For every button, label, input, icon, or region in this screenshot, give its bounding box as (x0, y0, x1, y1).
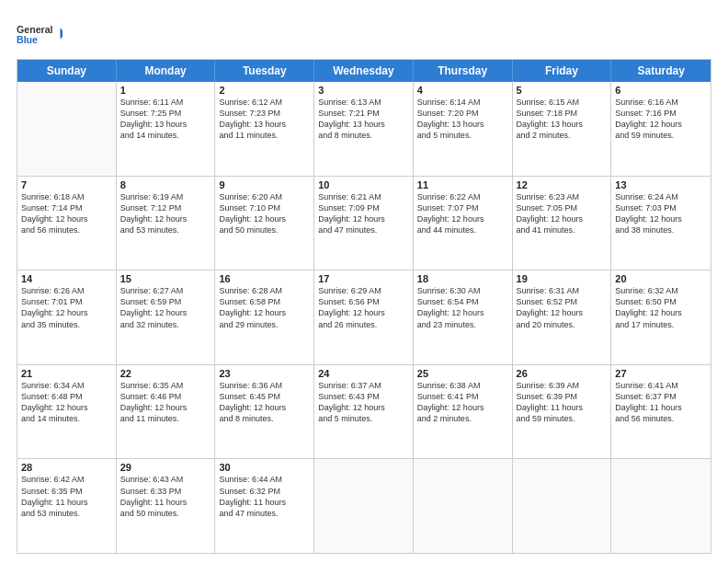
day-info: Sunrise: 6:43 AMSunset: 6:33 PMDaylight:… (120, 474, 211, 519)
calendar-cell: 27Sunrise: 6:41 AMSunset: 6:37 PMDayligh… (611, 365, 711, 459)
day-number: 28 (21, 462, 112, 473)
day-info: Sunrise: 6:16 AMSunset: 7:16 PMDaylight:… (615, 97, 707, 142)
day-info: Sunrise: 6:29 AMSunset: 6:56 PMDaylight:… (318, 285, 409, 330)
day-info: Sunrise: 6:27 AMSunset: 6:59 PMDaylight:… (120, 285, 211, 330)
calendar-cell: 7Sunrise: 6:18 AMSunset: 7:14 PMDaylight… (17, 177, 117, 270)
calendar-cell: 11Sunrise: 6:22 AMSunset: 7:07 PMDayligh… (414, 177, 513, 270)
day-number: 9 (219, 179, 310, 190)
day-number: 2 (219, 85, 310, 96)
calendar-cell (611, 459, 711, 553)
day-info: Sunrise: 6:24 AMSunset: 7:03 PMDaylight:… (615, 191, 707, 236)
day-number: 17 (318, 273, 409, 284)
day-info: Sunrise: 6:22 AMSunset: 7:07 PMDaylight:… (417, 191, 508, 236)
day-number: 22 (120, 368, 211, 379)
calendar-row-0: 1Sunrise: 6:11 AMSunset: 7:25 PMDaylight… (17, 82, 711, 176)
calendar-cell: 6Sunrise: 6:16 AMSunset: 7:16 PMDaylight… (611, 82, 711, 176)
calendar-cell: 25Sunrise: 6:38 AMSunset: 6:41 PMDayligh… (414, 365, 513, 459)
day-info: Sunrise: 6:20 AMSunset: 7:10 PMDaylight:… (219, 191, 310, 236)
calendar-cell: 26Sunrise: 6:39 AMSunset: 6:39 PMDayligh… (513, 365, 612, 459)
calendar-cell: 9Sunrise: 6:20 AMSunset: 7:10 PMDaylight… (215, 177, 314, 270)
calendar-cell: 18Sunrise: 6:30 AMSunset: 6:54 PMDayligh… (414, 270, 513, 364)
day-header-saturday: Saturday (611, 60, 711, 82)
calendar-cell: 20Sunrise: 6:32 AMSunset: 6:50 PMDayligh… (611, 270, 711, 364)
calendar-cell: 4Sunrise: 6:14 AMSunset: 7:20 PMDaylight… (414, 82, 513, 176)
day-info: Sunrise: 6:36 AMSunset: 6:45 PMDaylight:… (219, 380, 310, 425)
calendar-cell: 15Sunrise: 6:27 AMSunset: 6:59 PMDayligh… (117, 270, 216, 364)
day-number: 6 (615, 85, 707, 96)
calendar: SundayMondayTuesdayWednesdayThursdayFrid… (17, 59, 711, 554)
day-number: 1 (120, 85, 211, 96)
calendar-cell (513, 459, 612, 553)
day-number: 7 (21, 179, 112, 190)
day-number: 25 (417, 368, 508, 379)
day-number: 16 (219, 273, 310, 284)
day-info: Sunrise: 6:19 AMSunset: 7:12 PMDaylight:… (120, 191, 211, 236)
calendar-cell (17, 82, 117, 176)
day-info: Sunrise: 6:37 AMSunset: 6:43 PMDaylight:… (318, 380, 409, 425)
calendar-cell: 10Sunrise: 6:21 AMSunset: 7:09 PMDayligh… (314, 177, 414, 270)
day-number: 5 (517, 85, 608, 96)
day-number: 8 (120, 179, 211, 190)
day-header-sunday: Sunday (17, 60, 117, 82)
day-header-friday: Friday (513, 60, 612, 82)
day-number: 30 (219, 462, 310, 473)
calendar-row-3: 21Sunrise: 6:34 AMSunset: 6:48 PMDayligh… (17, 364, 711, 459)
day-number: 23 (219, 368, 310, 379)
calendar-cell: 24Sunrise: 6:37 AMSunset: 6:43 PMDayligh… (314, 365, 414, 459)
day-number: 13 (615, 179, 707, 190)
day-header-wednesday: Wednesday (314, 60, 414, 82)
calendar-cell: 14Sunrise: 6:26 AMSunset: 7:01 PMDayligh… (17, 270, 117, 364)
day-header-thursday: Thursday (414, 60, 513, 82)
day-info: Sunrise: 6:34 AMSunset: 6:48 PMDaylight:… (21, 380, 112, 425)
day-info: Sunrise: 6:13 AMSunset: 7:21 PMDaylight:… (318, 97, 409, 142)
day-header-tuesday: Tuesday (215, 60, 314, 82)
day-info: Sunrise: 6:32 AMSunset: 6:50 PMDaylight:… (615, 285, 707, 330)
logo: General Blue (17, 17, 63, 52)
calendar-cell: 2Sunrise: 6:12 AMSunset: 7:23 PMDaylight… (215, 82, 314, 176)
day-info: Sunrise: 6:31 AMSunset: 6:52 PMDaylight:… (517, 285, 608, 330)
day-number: 24 (318, 368, 409, 379)
calendar-header: SundayMondayTuesdayWednesdayThursdayFrid… (17, 60, 711, 82)
day-info: Sunrise: 6:18 AMSunset: 7:14 PMDaylight:… (21, 191, 112, 236)
day-info: Sunrise: 6:41 AMSunset: 6:37 PMDaylight:… (615, 380, 707, 425)
calendar-cell: 12Sunrise: 6:23 AMSunset: 7:05 PMDayligh… (513, 177, 612, 270)
calendar-cell: 5Sunrise: 6:15 AMSunset: 7:18 PMDaylight… (513, 82, 612, 176)
logo-svg: General Blue (17, 17, 63, 52)
calendar-cell: 8Sunrise: 6:19 AMSunset: 7:12 PMDaylight… (117, 177, 216, 270)
calendar-cell: 13Sunrise: 6:24 AMSunset: 7:03 PMDayligh… (611, 177, 711, 270)
day-number: 19 (517, 273, 608, 284)
svg-marker-2 (61, 28, 63, 40)
day-info: Sunrise: 6:12 AMSunset: 7:23 PMDaylight:… (219, 97, 310, 142)
day-number: 20 (615, 273, 707, 284)
day-info: Sunrise: 6:30 AMSunset: 6:54 PMDaylight:… (417, 285, 508, 330)
day-info: Sunrise: 6:39 AMSunset: 6:39 PMDaylight:… (517, 380, 608, 425)
day-info: Sunrise: 6:23 AMSunset: 7:05 PMDaylight:… (517, 191, 608, 236)
svg-text:Blue: Blue (17, 34, 38, 45)
calendar-cell: 28Sunrise: 6:42 AMSunset: 6:35 PMDayligh… (17, 459, 117, 553)
day-number: 14 (21, 273, 112, 284)
day-number: 29 (120, 462, 211, 473)
day-info: Sunrise: 6:38 AMSunset: 6:41 PMDaylight:… (417, 380, 508, 425)
calendar-cell: 19Sunrise: 6:31 AMSunset: 6:52 PMDayligh… (513, 270, 612, 364)
day-info: Sunrise: 6:14 AMSunset: 7:20 PMDaylight:… (417, 97, 508, 142)
day-info: Sunrise: 6:42 AMSunset: 6:35 PMDaylight:… (21, 474, 112, 519)
day-info: Sunrise: 6:11 AMSunset: 7:25 PMDaylight:… (120, 97, 211, 142)
day-info: Sunrise: 6:15 AMSunset: 7:18 PMDaylight:… (517, 97, 608, 142)
day-info: Sunrise: 6:35 AMSunset: 6:46 PMDaylight:… (120, 380, 211, 425)
calendar-cell (414, 459, 513, 553)
calendar-cell: 22Sunrise: 6:35 AMSunset: 6:46 PMDayligh… (117, 365, 216, 459)
calendar-cell: 21Sunrise: 6:34 AMSunset: 6:48 PMDayligh… (17, 365, 117, 459)
calendar-cell: 3Sunrise: 6:13 AMSunset: 7:21 PMDaylight… (314, 82, 414, 176)
header: General Blue (17, 17, 711, 52)
day-info: Sunrise: 6:26 AMSunset: 7:01 PMDaylight:… (21, 285, 112, 330)
day-info: Sunrise: 6:21 AMSunset: 7:09 PMDaylight:… (318, 191, 409, 236)
day-number: 11 (417, 179, 508, 190)
day-info: Sunrise: 6:28 AMSunset: 6:58 PMDaylight:… (219, 285, 310, 330)
day-info: Sunrise: 6:44 AMSunset: 6:32 PMDaylight:… (219, 474, 310, 519)
day-number: 18 (417, 273, 508, 284)
day-number: 3 (318, 85, 409, 96)
day-number: 10 (318, 179, 409, 190)
calendar-row-4: 28Sunrise: 6:42 AMSunset: 6:35 PMDayligh… (17, 458, 711, 553)
day-number: 27 (615, 368, 707, 379)
calendar-cell: 17Sunrise: 6:29 AMSunset: 6:56 PMDayligh… (314, 270, 414, 364)
